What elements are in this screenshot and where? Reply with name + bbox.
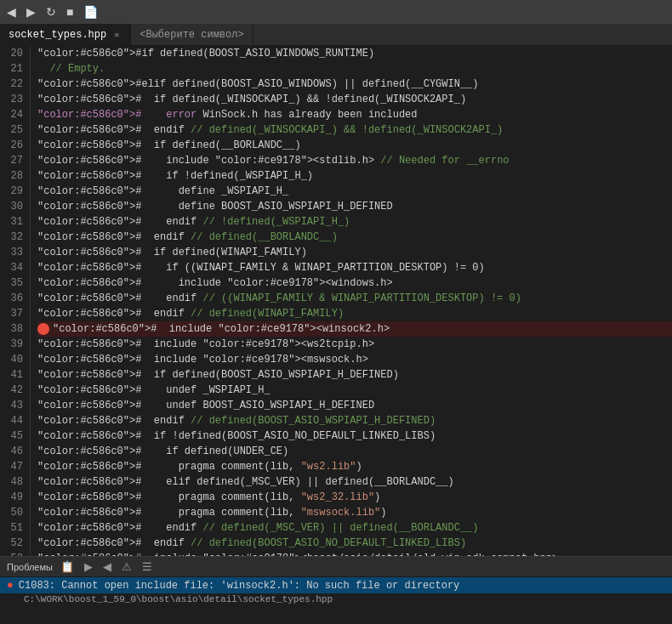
code-line: // Empty. [37, 61, 672, 77]
code-line: "color:#c586c0"># define BOOST_ASIO_WSPI… [37, 199, 672, 214]
tab-close-button[interactable]: ✕ [111, 29, 122, 41]
code-line: "color:#c586c0"># endif // defined(BOOST… [37, 536, 672, 551]
code-text: "color:#c586c0"># pragma comment(lib, "w… [37, 459, 362, 474]
code-line: "color:#c586c0"># if defined(WINAPI_FAMI… [37, 245, 672, 260]
code-text: "color:#c586c0"># if defined(__BORLANDC_… [37, 138, 301, 153]
code-line: "color:#c586c0"># error WinSock.h has al… [37, 107, 672, 122]
code-text: "color:#c586c0"># if !defined(_WSPIAPI_H… [37, 168, 313, 184]
code-line: ●"color:#c586c0"># include "color:#ce917… [37, 321, 672, 337]
code-line: "color:#c586c0"># include "color:#ce9178… [37, 551, 672, 556]
code-line: "color:#c586c0"># include "color:#ce9178… [37, 275, 672, 291]
code-text: "color:#c586c0"># if defined(_WINSOCKAPI… [37, 92, 466, 107]
code-text: "color:#c586c0"># include "color:#ce9178… [37, 352, 368, 367]
back-button[interactable]: ◀ [3, 4, 20, 20]
code-line: "color:#c586c0"># if ((WINAPI_FAMILY & W… [37, 260, 672, 275]
code-text: "color:#c586c0"># endif // defined(BOOST… [37, 413, 436, 428]
line-numbers: 2021222324252627282930313233343536373839… [0, 46, 31, 556]
code-text: "color:#c586c0">#if defined(BOOST_ASIO_W… [37, 46, 374, 61]
code-line: "color:#c586c0"># include "color:#ce9178… [37, 352, 672, 367]
code-text: "color:#c586c0"># error WinSock.h has al… [37, 107, 418, 122]
code-text: "color:#c586c0"># endif // defined(WINAP… [37, 306, 344, 321]
code-line: "color:#c586c0"># endif // ((WINAPI_FAMI… [37, 291, 672, 306]
code-text: "color:#c586c0"># endif // defined(BOOST… [37, 536, 466, 551]
forward-button[interactable]: ▶ [23, 4, 39, 20]
tab-socket-types[interactable]: socket_types.hpp ✕ [0, 24, 131, 45]
code-text: // Empty. [37, 61, 105, 77]
code-text: "color:#c586c0">#elif defined(BOOST_ASIO… [37, 77, 479, 92]
code-text: "color:#c586c0"># define BOOST_ASIO_WSPI… [37, 199, 393, 214]
code-text: "color:#c586c0"># include "color:#ce9178… [37, 551, 558, 556]
code-line: "color:#c586c0">#elif defined(BOOST_ASIO… [37, 77, 672, 92]
tab-bar: socket_types.hpp ✕ <Выберите символ> [0, 24, 672, 46]
code-line: "color:#c586c0"># pragma comment(lib, "w… [37, 490, 672, 505]
code-text: "color:#c586c0"># if defined(UNDER_CE) [37, 444, 288, 459]
code-line: "color:#c586c0"># endif // defined(_WINS… [37, 122, 672, 138]
code-line: "color:#c586c0"># include "color:#ce9178… [37, 337, 672, 352]
code-text: "color:#c586c0"># if !defined(BOOST_ASIO… [37, 428, 436, 444]
toolbar: ◀ ▶ ↻ ■ 📄 [0, 0, 672, 24]
code-text: "color:#c586c0"># pragma comment(lib, "w… [37, 490, 380, 505]
code-text: "color:#c586c0"># endif // defined(__BOR… [37, 230, 338, 245]
editor-area: 2021222324252627282930313233343536373839… [0, 46, 672, 556]
code-text: "color:#c586c0"># include "color:#ce9178… [37, 275, 393, 291]
code-line: "color:#c586c0"># if defined(UNDER_CE) [37, 444, 672, 459]
code-text: "color:#c586c0"># if ((WINAPI_FAMILY & W… [37, 260, 485, 275]
open-file-button[interactable]: 📄 [80, 4, 101, 20]
code-line: "color:#c586c0"># elif defined(_MSC_VER)… [37, 474, 672, 490]
code-line: "color:#c586c0"># if defined(BOOST_ASIO_… [37, 367, 672, 383]
code-line: "color:#c586c0">#if defined(BOOST_ASIO_W… [37, 46, 672, 61]
problems-copy-btn[interactable]: 📋 [58, 559, 77, 574]
code-text: "color:#c586c0"># endif // defined(_WINS… [37, 122, 503, 138]
refresh-button[interactable]: ↻ [43, 4, 60, 20]
code-line: "color:#c586c0"># endif // defined(__BOR… [37, 230, 672, 245]
code-text: "color:#c586c0"># define _WSPIAPI_H_ [37, 184, 288, 199]
code-text: "color:#c586c0"># if defined(WINAPI_FAMI… [37, 245, 307, 260]
problems-prev-btn[interactable]: ◀ [100, 559, 114, 574]
code-line: "color:#c586c0"># endif // defined(BOOST… [37, 413, 672, 428]
code-line: "color:#c586c0"># if !defined(BOOST_ASIO… [37, 428, 672, 444]
problems-title: Проблемы [7, 562, 53, 572]
code-text: "color:#c586c0"># include "color:#ce9178… [37, 153, 510, 168]
code-text: "color:#c586c0"># endif // defined(_MSC_… [37, 520, 479, 536]
code-line: "color:#c586c0"># pragma comment(lib, "m… [37, 505, 672, 520]
code-text: "color:#c586c0"># undef _WSPIAPI_H_ [37, 383, 271, 398]
code-content[interactable]: "color:#c586c0">#if defined(BOOST_ASIO_W… [31, 46, 672, 556]
code-text: "color:#c586c0"># include "color:#ce9178… [53, 321, 390, 337]
code-text: "color:#c586c0"># elif defined(_MSC_VER)… [37, 474, 454, 490]
tab-placeholder-label: <Выберите символ> [140, 29, 243, 41]
problem-message: C1083: Cannot open include file: 'winsoc… [19, 580, 459, 592]
error-icon: ● [7, 579, 14, 592]
code-line: "color:#c586c0"># pragma comment(lib, "w… [37, 459, 672, 474]
code-text: "color:#c586c0"># include "color:#ce9178… [37, 337, 374, 352]
tab-symbol-select[interactable]: <Выберите символ> [131, 24, 253, 45]
problems-filter-btn[interactable]: ☰ [140, 559, 155, 574]
problems-next-btn[interactable]: ▶ [82, 559, 95, 574]
problems-warning-btn[interactable]: ⚠ [119, 559, 134, 574]
problem-row[interactable]: ●C1083: Cannot open include file: 'winso… [0, 577, 672, 593]
code-line: "color:#c586c0"># if defined(_WINSOCKAPI… [37, 92, 672, 107]
code-text: "color:#c586c0"># pragma comment(lib, "m… [37, 505, 387, 520]
code-text: "color:#c586c0"># if defined(BOOST_ASIO_… [37, 367, 399, 383]
code-line: "color:#c586c0"># define _WSPIAPI_H_ [37, 184, 672, 199]
code-line: "color:#c586c0"># include "color:#ce9178… [37, 153, 672, 168]
code-line: "color:#c586c0"># if !defined(_WSPIAPI_H… [37, 168, 672, 184]
code-line: "color:#c586c0"># undef _WSPIAPI_H_ [37, 383, 672, 398]
problems-panel: Проблемы 📋 ▶ ◀ ⚠ ☰ ●C1083: Cannot open i… [0, 556, 672, 624]
code-line: "color:#c586c0"># undef BOOST_ASIO_WSPIA… [37, 398, 672, 413]
code-line: "color:#c586c0"># endif // defined(_MSC_… [37, 520, 672, 536]
problems-list: ●C1083: Cannot open include file: 'winso… [0, 577, 672, 604]
breakpoint-dot: ● [37, 323, 49, 335]
code-line: "color:#c586c0"># endif // defined(WINAP… [37, 306, 672, 321]
tab-label: socket_types.hpp [9, 29, 106, 41]
problems-header: Проблемы 📋 ▶ ◀ ⚠ ☰ [0, 557, 672, 577]
code-line: "color:#c586c0"># if defined(__BORLANDC_… [37, 138, 672, 153]
code-text: "color:#c586c0"># endif // !defined(_WSP… [37, 214, 350, 230]
code-text: "color:#c586c0"># endif // ((WINAPI_FAMI… [37, 291, 521, 306]
problem-path: C:\WORK\boost_1_59_0\boost\asio\detail\s… [0, 594, 672, 604]
code-text: "color:#c586c0"># undef BOOST_ASIO_WSPIA… [37, 398, 374, 413]
stop-button[interactable]: ■ [63, 4, 77, 20]
code-line: "color:#c586c0"># endif // !defined(_WSP… [37, 214, 672, 230]
